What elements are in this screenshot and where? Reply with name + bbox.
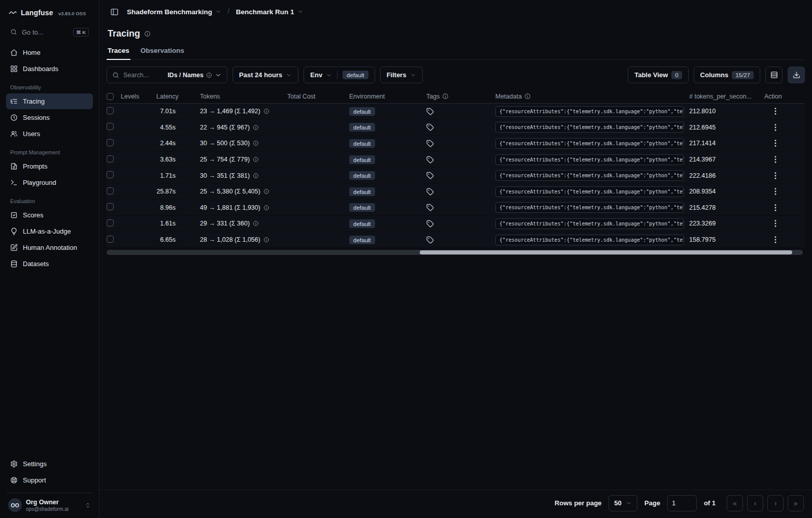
metadata-cell[interactable]: {"resourceAttributes":{"telemetry.sdk.la… [495,138,684,149]
table-row[interactable]: 1.61s 29 → 331 (Σ 360) default {"resourc… [107,216,805,232]
user-account-button[interactable]: OO Org Owner ops@shadeform.ai [6,493,93,512]
info-icon[interactable] [263,205,269,211]
last-page-button[interactable]: » [788,495,804,511]
sidebar-item-scores[interactable]: Scores [6,207,93,223]
info-icon[interactable] [263,188,269,195]
tag-icon[interactable] [426,108,434,115]
sidebar-item-settings[interactable]: Settings [6,456,93,472]
sidebar-item-playground[interactable]: Playground [6,175,93,190]
column-header-total-cost[interactable]: Total Cost [287,93,349,100]
sidebar-item-home[interactable]: Home [6,45,93,60]
row-actions-button[interactable]: ⋮ [764,235,780,244]
tag-icon[interactable] [426,204,434,211]
info-icon[interactable] [144,30,151,37]
search-mode-dropdown[interactable]: IDs / Names [167,72,222,79]
table-row[interactable]: 1.71s 30 → 351 (Σ 381) default {"resourc… [107,168,805,184]
column-header-metadata[interactable]: Metadata [495,93,689,100]
metadata-cell[interactable]: {"resourceAttributes":{"telemetry.sdk.la… [495,154,684,165]
row-actions-button[interactable]: ⋮ [764,171,780,180]
row-actions-button[interactable]: ⋮ [764,107,780,115]
horizontal-scrollbar-thumb[interactable] [420,250,792,254]
horizontal-scrollbar[interactable] [107,250,803,255]
column-header-levels[interactable]: Levels [121,93,156,100]
row-actions-button[interactable]: ⋮ [764,187,780,196]
table-row[interactable]: 25.87s 25 → 5,380 (Σ 5,405) default {"re… [107,184,805,200]
export-button[interactable] [788,67,805,83]
page-number-input[interactable] [667,495,697,511]
tag-icon[interactable] [426,140,434,147]
metadata-cell[interactable]: {"resourceAttributes":{"telemetry.sdk.la… [495,122,684,133]
next-page-button[interactable]: › [767,495,784,511]
sidebar-item-tracing[interactable]: Tracing [6,93,93,109]
sidebar-item-datasets[interactable]: Datasets [6,256,93,272]
info-icon[interactable] [263,237,269,243]
info-icon[interactable] [253,140,259,146]
tab-observations[interactable]: Observations [140,43,185,59]
row-checkbox[interactable] [107,236,114,243]
sidebar-item-prompts[interactable]: Prompts [6,158,93,174]
table-row[interactable]: 8.96s 49 → 1,881 (Σ 1,930) default {"res… [107,200,805,216]
row-actions-button[interactable]: ⋮ [764,139,780,147]
row-actions-button[interactable]: ⋮ [764,155,780,164]
row-checkbox[interactable] [107,171,114,178]
sidebar-item-human-annotation[interactable]: Human Annotation [6,240,93,255]
tab-traces[interactable]: Traces [107,43,130,60]
row-checkbox[interactable] [107,219,114,226]
sidebar-item-support[interactable]: Support [6,472,93,488]
search-input[interactable] [123,72,162,79]
row-checkbox[interactable] [107,155,114,163]
previous-page-button[interactable]: ‹ [747,495,763,511]
column-header-latency[interactable]: Latency [156,93,200,100]
table-row[interactable]: 4.55s 22 → 945 (Σ 967) default {"resourc… [107,120,805,136]
metadata-cell[interactable]: {"resourceAttributes":{"telemetry.sdk.la… [495,235,684,245]
column-header-tokens[interactable]: Tokens [200,93,287,100]
env-filter-dropdown[interactable]: Env default [303,67,375,83]
table-row[interactable]: 6.65s 28 → 1,028 (Σ 1,056) default {"res… [107,232,805,248]
breadcrumb-project[interactable]: Benchmark Run 1 [236,8,303,16]
tag-icon[interactable] [426,172,434,179]
breadcrumb-org[interactable]: Shadeform Benchmarking [127,8,221,16]
metadata-cell[interactable]: {"resourceAttributes":{"telemetry.sdk.la… [495,186,684,197]
row-checkbox[interactable] [107,107,114,114]
table-row[interactable]: 7.01s 23 → 1,469 (Σ 1,492) default {"res… [107,104,805,120]
row-checkbox[interactable] [107,203,114,210]
tag-icon[interactable] [426,156,434,164]
row-actions-button[interactable]: ⋮ [764,203,780,212]
column-header-tags[interactable]: Tags [426,93,495,100]
rows-per-page-select[interactable]: 50 [608,495,637,511]
select-all-checkbox[interactable] [107,93,114,100]
metadata-cell[interactable]: {"resourceAttributes":{"telemetry.sdk.la… [495,202,684,213]
sidebar-item-llm-as-a-judge[interactable]: LLM-as-a-Judge [6,223,93,239]
columns-button[interactable]: Columns 15/27 [694,67,760,83]
column-header-tokens-per-second[interactable]: # tokens_per_secon... [689,93,764,100]
filters-dropdown[interactable]: Filters [380,67,423,83]
metadata-cell[interactable]: {"resourceAttributes":{"telemetry.sdk.la… [495,170,684,181]
column-header-environment[interactable]: Environment [349,93,426,100]
sidebar-toggle-button[interactable] [108,5,121,18]
tag-icon[interactable] [426,123,434,131]
tag-icon[interactable] [426,236,434,244]
sidebar-item-sessions[interactable]: Sessions [6,110,93,125]
row-actions-button[interactable]: ⋮ [764,123,780,132]
row-checkbox[interactable] [107,123,114,130]
table-view-button[interactable]: Table View 0 [628,67,688,83]
info-icon[interactable] [253,124,259,131]
info-icon[interactable] [253,220,259,226]
metadata-cell[interactable]: {"resourceAttributes":{"telemetry.sdk.la… [495,218,684,229]
row-checkbox[interactable] [107,139,114,146]
row-actions-button[interactable]: ⋮ [764,219,780,228]
sidebar-item-dashboards[interactable]: Dashboards [6,61,93,77]
info-icon[interactable] [253,156,259,163]
time-range-dropdown[interactable]: Past 24 hours [232,67,298,83]
tag-icon[interactable] [426,220,434,228]
row-height-button[interactable] [765,67,783,83]
goto-search-button[interactable]: Go to... ⌘ K [6,24,93,40]
info-icon[interactable] [263,108,269,114]
row-checkbox[interactable] [107,187,114,195]
first-page-button[interactable]: « [727,495,743,511]
metadata-cell[interactable]: {"resourceAttributes":{"telemetry.sdk.la… [495,106,684,117]
sidebar-item-users[interactable]: Users [6,126,93,142]
info-icon[interactable] [253,173,259,179]
tag-icon[interactable] [426,188,434,196]
table-row[interactable]: 2.44s 30 → 500 (Σ 530) default {"resourc… [107,136,805,152]
